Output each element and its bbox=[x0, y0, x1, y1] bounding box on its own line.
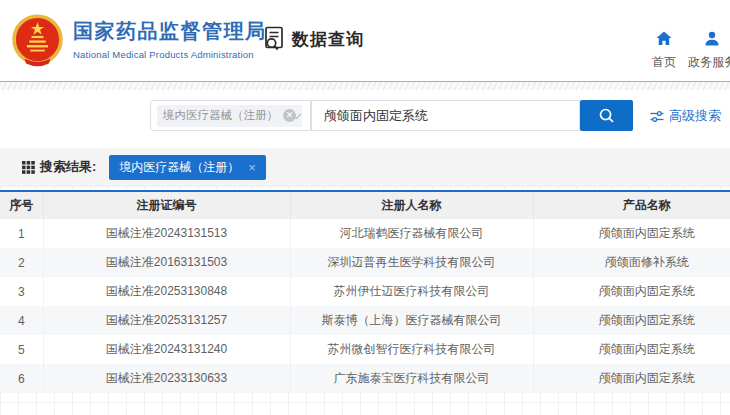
document-search-icon bbox=[262, 26, 286, 52]
filter-sliders-icon bbox=[650, 110, 664, 123]
advanced-search-link[interactable]: 高级搜索 bbox=[650, 107, 721, 125]
table-column-header: 序号 bbox=[0, 191, 43, 219]
table-row[interactable]: 6国械注准20233130633广东施泰宝医疗科技有限公司颅颌面内固定系统 bbox=[0, 364, 730, 393]
nav-item-government-services[interactable]: 政务服务 bbox=[682, 31, 730, 71]
table-row[interactable]: 2国械注准20163131503深圳迈普再生医学科技有限公司颅颌面修补系统 bbox=[0, 248, 730, 277]
table-row[interactable]: 4国械注准20253131257斯泰博（上海）医疗器械有限公司颅颌面内固定系统 bbox=[0, 306, 730, 335]
advanced-search-label: 高级搜索 bbox=[669, 107, 721, 125]
chevron-down-icon bbox=[291, 113, 302, 120]
table-cell: 颅颌面内固定系统 bbox=[533, 219, 730, 248]
active-filter-label: 境内医疗器械（注册） bbox=[119, 159, 239, 176]
data-query-section: 数据查询 bbox=[262, 26, 364, 52]
results-table: 序号注册证编号注册人名称产品名称 1国械注准20243131513河北瑞鹤医疗器… bbox=[0, 190, 730, 393]
table-cell: 颅颌面内固定系统 bbox=[533, 306, 730, 335]
table-cell: 颅颌面修补系统 bbox=[533, 248, 730, 277]
table-row[interactable]: 3国械注准20253130848苏州伊仕迈医疗科技有限公司颅颌面内固定系统 bbox=[0, 277, 730, 306]
site-title-block: 国家药品监督管理局 National Medical Products Admi… bbox=[73, 18, 267, 60]
user-icon bbox=[704, 31, 720, 46]
table-cell: 国械注准20253131257 bbox=[43, 306, 290, 335]
selected-category-label: 境内医疗器械（注册） bbox=[163, 108, 278, 123]
table-cell: 国械注准20163131503 bbox=[43, 248, 290, 277]
table-cell: 3 bbox=[0, 277, 43, 306]
table-cell: 颅颌面内固定系统 bbox=[533, 277, 730, 306]
data-query-label: 数据查询 bbox=[292, 28, 364, 51]
selected-category-tag: 境内医疗器械（注册） ✕ bbox=[157, 105, 302, 127]
home-icon bbox=[656, 31, 672, 46]
site-header: 国家药品监督管理局 National Medical Products Admi… bbox=[0, 0, 730, 81]
table-cell: 国械注准20243131513 bbox=[43, 219, 290, 248]
table-cell: 6 bbox=[0, 364, 43, 393]
search-input[interactable] bbox=[311, 100, 580, 131]
table-cell: 广东施泰宝医疗科技有限公司 bbox=[290, 364, 533, 393]
site-title: 国家药品监督管理局 bbox=[73, 18, 267, 45]
table-column-header: 注册人名称 bbox=[290, 191, 533, 219]
table-row[interactable]: 5国械注准20243131240苏州微创智行医疗科技有限公司颅颌面内固定系统 bbox=[0, 335, 730, 364]
search-category-select[interactable]: 境内医疗器械（注册） ✕ bbox=[150, 100, 311, 131]
table-cell: 颅颌面内固定系统 bbox=[533, 364, 730, 393]
table-cell: 国械注准20233130633 bbox=[43, 364, 290, 393]
nav-gov-label: 政务服务 bbox=[682, 54, 730, 71]
table-cell: 斯泰博（上海）医疗器械有限公司 bbox=[290, 306, 533, 335]
grid-icon bbox=[22, 161, 35, 174]
table-cell: 国械注准20243131240 bbox=[43, 335, 290, 364]
table-body: 1国械注准20243131513河北瑞鹤医疗器械有限公司颅颌面内固定系统2国械注… bbox=[0, 219, 730, 393]
results-label: 搜索结果: bbox=[40, 158, 96, 176]
search-results-bar: 搜索结果: 境内医疗器械（注册） × bbox=[0, 148, 730, 186]
table-column-header: 产品名称 bbox=[533, 191, 730, 219]
hatch-decoration-band bbox=[0, 82, 730, 90]
search-icon bbox=[597, 106, 616, 125]
active-filter-tag: 境内医疗器械（注册） × bbox=[109, 155, 266, 180]
table-cell: 颅颌面内固定系统 bbox=[533, 335, 730, 364]
table-cell: 深圳迈普再生医学科技有限公司 bbox=[290, 248, 533, 277]
table-header-row: 序号注册证编号注册人名称产品名称 bbox=[0, 191, 730, 219]
table-cell: 1 bbox=[0, 219, 43, 248]
table-cell: 5 bbox=[0, 335, 43, 364]
table-cell: 苏州微创智行医疗科技有限公司 bbox=[290, 335, 533, 364]
national-emblem-logo[interactable] bbox=[10, 13, 65, 68]
table-cell: 4 bbox=[0, 306, 43, 335]
table-cell: 苏州伊仕迈医疗科技有限公司 bbox=[290, 277, 533, 306]
site-subtitle: National Medical Products Administration bbox=[73, 49, 267, 60]
table-cell: 河北瑞鹤医疗器械有限公司 bbox=[290, 219, 533, 248]
table-cell: 2 bbox=[0, 248, 43, 277]
table-column-header: 注册证编号 bbox=[43, 191, 290, 219]
search-button[interactable] bbox=[580, 100, 633, 131]
table-cell: 国械注准20253130848 bbox=[43, 277, 290, 306]
table-row[interactable]: 1国械注准20243131513河北瑞鹤医疗器械有限公司颅颌面内固定系统 bbox=[0, 219, 730, 248]
nmpa-data-query-page: 国家药品监督管理局 National Medical Products Admi… bbox=[0, 0, 730, 415]
filter-close-icon[interactable]: × bbox=[248, 160, 256, 175]
